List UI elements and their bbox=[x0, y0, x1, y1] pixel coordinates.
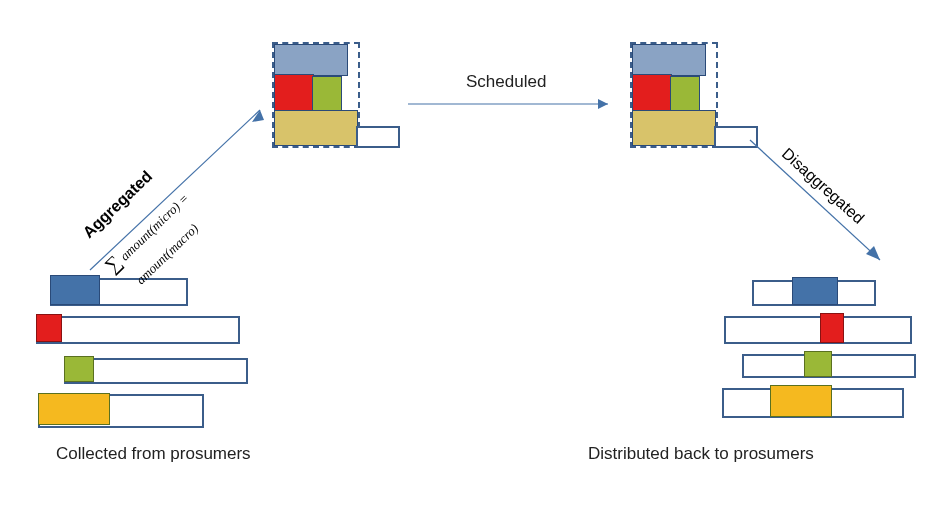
collected-label: Collected from prosumers bbox=[56, 444, 251, 464]
disaggregated-arrow bbox=[740, 130, 900, 280]
stack-cell-blue bbox=[632, 44, 706, 76]
aggregated-stack-left bbox=[272, 42, 360, 148]
aggregated-stack-right bbox=[630, 42, 718, 148]
stack-cell-red bbox=[274, 74, 314, 112]
stack-cell-red bbox=[632, 74, 672, 112]
stack-cell-blue bbox=[274, 44, 348, 76]
svg-marker-3 bbox=[598, 99, 608, 109]
stack-cell-orange bbox=[274, 110, 358, 146]
scheduled-arrow bbox=[408, 94, 618, 114]
svg-marker-5 bbox=[866, 246, 880, 260]
stack-left-sidebox bbox=[356, 126, 400, 148]
scheduled-label: Scheduled bbox=[466, 72, 546, 92]
stack-cell-orange bbox=[632, 110, 716, 146]
svg-line-4 bbox=[750, 140, 880, 260]
stack-cell-green bbox=[312, 76, 342, 112]
stack-cell-green bbox=[670, 76, 700, 112]
distributed-label: Distributed back to prosumers bbox=[588, 444, 814, 464]
